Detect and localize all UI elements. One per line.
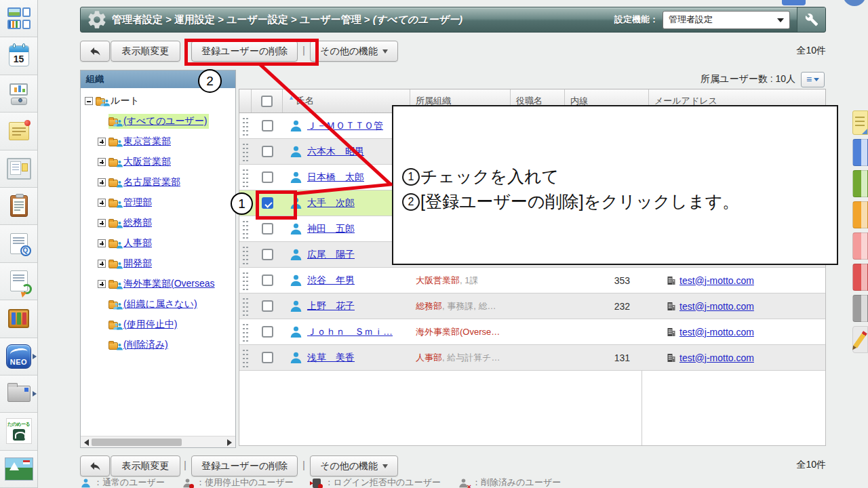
back-button[interactable] xyxy=(80,41,110,62)
row-checkbox[interactable] xyxy=(262,249,273,260)
back-button[interactable] xyxy=(80,455,110,476)
pencil-icon[interactable] xyxy=(852,326,868,353)
user-name-link[interactable]: 神田 五郎 xyxy=(307,223,355,235)
tree-item-soumu[interactable]: 総務部 xyxy=(81,213,235,233)
tree-item-label[interactable]: (使用停止中) xyxy=(123,319,177,331)
tree-item-kaihatsu[interactable]: 開発部 xyxy=(81,253,235,274)
bulletin-board-icon[interactable] xyxy=(0,150,37,188)
drag-handle[interactable] xyxy=(242,271,249,290)
swatch-pink[interactable] xyxy=(852,232,868,260)
row-checkbox[interactable] xyxy=(262,326,273,338)
row-checkbox[interactable] xyxy=(262,146,273,157)
tree-item-nagoya[interactable]: 名古屋営業部 xyxy=(81,172,235,192)
presentation-icon[interactable] xyxy=(0,75,37,113)
tree-item-root[interactable]: ルート xyxy=(81,91,235,111)
other-functions-button[interactable]: その他の機能 xyxy=(310,455,398,476)
user-name-link[interactable]: Ｊ－ＭＯＴＴＯ管 xyxy=(307,120,383,132)
user-name-link[interactable]: 上野 花子 xyxy=(307,300,355,312)
drag-handle[interactable] xyxy=(242,297,249,316)
expand-icon[interactable] xyxy=(98,178,106,186)
row-checkbox[interactable] xyxy=(262,274,273,286)
drag-handle[interactable] xyxy=(242,323,249,342)
user-name-link[interactable]: Ｊｏｈｎ Ｓｍｉ… xyxy=(307,326,393,338)
expand-icon[interactable] xyxy=(98,219,106,227)
email-link[interactable]: test@j-motto.com xyxy=(679,275,754,286)
drag-handle[interactable] xyxy=(242,220,249,239)
row-checkbox[interactable] xyxy=(262,223,273,235)
tree-item-osaka[interactable]: 大阪営業部 xyxy=(81,152,235,172)
swatch-red[interactable] xyxy=(852,264,868,291)
email-link[interactable]: test@j-motto.com xyxy=(679,352,754,363)
swatch-green[interactable] xyxy=(852,170,868,197)
rail-expand-arrow-icon[interactable] xyxy=(33,354,37,359)
tree-item-overseas[interactable]: 海外事業部(Overseas xyxy=(81,274,235,294)
photo-banner-icon[interactable] xyxy=(0,451,37,488)
user-name-link[interactable]: 渋谷 年男 xyxy=(307,274,355,287)
tree-item-label[interactable]: 総務部 xyxy=(123,217,152,229)
settings-wrench-button[interactable] xyxy=(797,7,825,32)
tree-item-label[interactable]: 開発部 xyxy=(123,258,152,270)
folder-rail-icon[interactable] xyxy=(0,375,37,413)
tree-item-label[interactable]: 人事部 xyxy=(123,237,152,249)
drag-handle[interactable] xyxy=(242,142,249,161)
user-name-link[interactable]: 大手 次郎 xyxy=(307,197,355,209)
survey-icon[interactable]: Q xyxy=(0,225,37,262)
expand-icon[interactable] xyxy=(98,138,106,146)
cabinet-icon[interactable] xyxy=(0,300,37,338)
email-link[interactable]: test@j-motto.com xyxy=(679,301,754,312)
tree-item-suspended[interactable]: (使用停止中) xyxy=(81,314,235,335)
tree-item-label[interactable]: 東京営業部 xyxy=(123,136,171,148)
display-order-button[interactable]: 表示順変更 xyxy=(111,41,180,62)
drag-handle[interactable] xyxy=(242,117,249,136)
scroll-left-icon[interactable] xyxy=(84,439,89,446)
memo-icon[interactable] xyxy=(0,113,37,150)
row-checkbox[interactable] xyxy=(262,120,273,131)
list-menu-button[interactable]: ≡ xyxy=(801,72,825,87)
tree-item-all-users[interactable]: (すべてのユーザー) xyxy=(81,111,235,131)
tree-item-label[interactable]: 大阪営業部 xyxy=(123,156,171,168)
rail-expand-arrow-icon[interactable] xyxy=(33,391,37,396)
swatch-orange[interactable] xyxy=(852,201,868,228)
other-functions-button[interactable]: その他の機能 xyxy=(310,41,398,62)
expand-icon[interactable] xyxy=(98,260,106,268)
row-checkbox[interactable] xyxy=(262,171,273,183)
tree-item-label[interactable]: 名古屋営業部 xyxy=(123,176,180,188)
drag-handle[interactable] xyxy=(242,168,249,187)
dashboard-icon[interactable] xyxy=(0,0,37,37)
select-all-checkbox[interactable] xyxy=(261,96,273,107)
neo-icon[interactable]: NEO xyxy=(0,338,37,375)
note-icon[interactable] xyxy=(852,110,868,135)
expand-icon[interactable] xyxy=(98,239,106,247)
tree-item-label[interactable]: (組織に属さない) xyxy=(123,298,197,310)
tree-item-tokyo[interactable]: 東京営業部 xyxy=(81,131,235,152)
user-name-link[interactable]: 日本橋 太郎 xyxy=(307,171,364,184)
collapse-icon[interactable] xyxy=(85,97,93,105)
tree-item-label[interactable]: 管理部 xyxy=(123,197,152,209)
tree-item-label[interactable]: (削除済み) xyxy=(123,339,168,351)
expand-icon[interactable] xyxy=(98,199,106,207)
tree-item-label[interactable]: 海外事業部(Overseas xyxy=(123,278,215,290)
tree-item-jinji[interactable]: 人事部 xyxy=(81,233,235,253)
horizontal-scrollbar[interactable] xyxy=(81,436,235,447)
scroll-right-icon[interactable] xyxy=(227,439,232,446)
user-name-link[interactable]: 浅草 美香 xyxy=(307,352,355,364)
user-name-link[interactable]: 広尾 陽子 xyxy=(307,249,355,261)
drag-handle[interactable] xyxy=(242,245,249,264)
setting-function-select[interactable]: 管理者設定 xyxy=(663,11,790,29)
workflow-icon[interactable] xyxy=(0,263,37,300)
calendar-icon[interactable]: 15 xyxy=(0,37,37,75)
expand-icon[interactable] xyxy=(98,280,106,288)
tree-item-kanri[interactable]: 管理部 xyxy=(81,192,235,213)
swatch-blue[interactable] xyxy=(852,139,868,166)
swatch-gray[interactable] xyxy=(852,295,868,322)
expand-icon[interactable] xyxy=(98,158,106,166)
tree-item-deleted[interactable]: (削除済み) xyxy=(81,335,235,355)
row-checkbox[interactable] xyxy=(262,352,273,363)
row-checkbox[interactable] xyxy=(262,300,273,312)
drag-handle[interactable] xyxy=(242,348,249,367)
email-link[interactable]: test@j-motto.com xyxy=(679,327,754,338)
display-order-button[interactable]: 表示順変更 xyxy=(111,455,180,476)
tree-item-label[interactable]: (すべてのユーザー) xyxy=(123,115,207,127)
tree-item-no-org[interactable]: (組織に属さない) xyxy=(81,294,235,314)
delete-users-button[interactable]: 登録ユーザーの削除 xyxy=(191,455,298,476)
